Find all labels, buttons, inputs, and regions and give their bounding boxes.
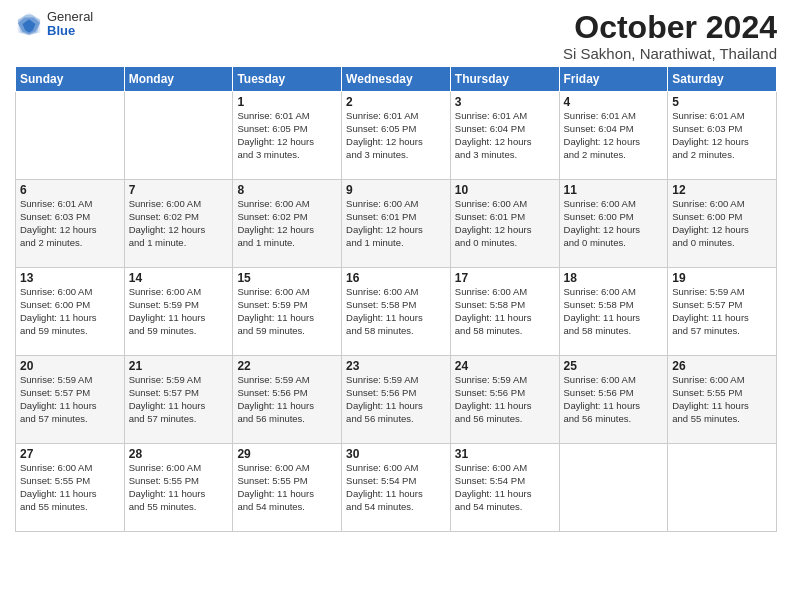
day-number: 6 — [20, 183, 120, 197]
header-monday: Monday — [124, 67, 233, 92]
logo: General Blue — [15, 10, 93, 39]
day-number: 19 — [672, 271, 772, 285]
table-row: 9Sunrise: 6:00 AM Sunset: 6:01 PM Daylig… — [342, 180, 451, 268]
table-row: 28Sunrise: 6:00 AM Sunset: 5:55 PM Dayli… — [124, 444, 233, 532]
header-wednesday: Wednesday — [342, 67, 451, 92]
day-info: Sunrise: 6:00 AM Sunset: 5:59 PM Dayligh… — [237, 286, 337, 337]
table-row: 30Sunrise: 6:00 AM Sunset: 5:54 PM Dayli… — [342, 444, 451, 532]
day-info: Sunrise: 6:00 AM Sunset: 5:56 PM Dayligh… — [564, 374, 664, 425]
day-number: 11 — [564, 183, 664, 197]
table-row: 16Sunrise: 6:00 AM Sunset: 5:58 PM Dayli… — [342, 268, 451, 356]
day-info: Sunrise: 6:00 AM Sunset: 5:58 PM Dayligh… — [455, 286, 555, 337]
header-tuesday: Tuesday — [233, 67, 342, 92]
day-info: Sunrise: 6:00 AM Sunset: 6:00 PM Dayligh… — [20, 286, 120, 337]
day-number: 16 — [346, 271, 446, 285]
day-info: Sunrise: 5:59 AM Sunset: 5:57 PM Dayligh… — [20, 374, 120, 425]
table-row: 14Sunrise: 6:00 AM Sunset: 5:59 PM Dayli… — [124, 268, 233, 356]
table-row: 15Sunrise: 6:00 AM Sunset: 5:59 PM Dayli… — [233, 268, 342, 356]
day-number: 14 — [129, 271, 229, 285]
day-info: Sunrise: 6:00 AM Sunset: 5:58 PM Dayligh… — [346, 286, 446, 337]
day-number: 31 — [455, 447, 555, 461]
table-row: 31Sunrise: 6:00 AM Sunset: 5:54 PM Dayli… — [450, 444, 559, 532]
day-number: 5 — [672, 95, 772, 109]
header: General Blue October 2024 Si Sakhon, Nar… — [15, 10, 777, 62]
table-row: 18Sunrise: 6:00 AM Sunset: 5:58 PM Dayli… — [559, 268, 668, 356]
table-row: 19Sunrise: 5:59 AM Sunset: 5:57 PM Dayli… — [668, 268, 777, 356]
table-row: 10Sunrise: 6:00 AM Sunset: 6:01 PM Dayli… — [450, 180, 559, 268]
location-title: Si Sakhon, Narathiwat, Thailand — [563, 45, 777, 62]
calendar-week-row: 13Sunrise: 6:00 AM Sunset: 6:00 PM Dayli… — [16, 268, 777, 356]
day-number: 22 — [237, 359, 337, 373]
weekday-header-row: Sunday Monday Tuesday Wednesday Thursday… — [16, 67, 777, 92]
logo-text: General Blue — [47, 10, 93, 39]
day-number: 9 — [346, 183, 446, 197]
table-row: 1Sunrise: 6:01 AM Sunset: 6:05 PM Daylig… — [233, 92, 342, 180]
day-info: Sunrise: 6:01 AM Sunset: 6:05 PM Dayligh… — [346, 110, 446, 161]
day-info: Sunrise: 5:59 AM Sunset: 5:56 PM Dayligh… — [346, 374, 446, 425]
day-number: 28 — [129, 447, 229, 461]
day-info: Sunrise: 6:00 AM Sunset: 6:02 PM Dayligh… — [237, 198, 337, 249]
day-info: Sunrise: 5:59 AM Sunset: 5:56 PM Dayligh… — [455, 374, 555, 425]
day-number: 29 — [237, 447, 337, 461]
title-block: October 2024 Si Sakhon, Narathiwat, Thai… — [563, 10, 777, 62]
calendar-week-row: 1Sunrise: 6:01 AM Sunset: 6:05 PM Daylig… — [16, 92, 777, 180]
day-info: Sunrise: 5:59 AM Sunset: 5:57 PM Dayligh… — [672, 286, 772, 337]
day-number: 17 — [455, 271, 555, 285]
table-row: 23Sunrise: 5:59 AM Sunset: 5:56 PM Dayli… — [342, 356, 451, 444]
day-info: Sunrise: 6:00 AM Sunset: 5:55 PM Dayligh… — [237, 462, 337, 513]
day-number: 4 — [564, 95, 664, 109]
day-info: Sunrise: 6:00 AM Sunset: 5:54 PM Dayligh… — [455, 462, 555, 513]
day-info: Sunrise: 6:01 AM Sunset: 6:03 PM Dayligh… — [20, 198, 120, 249]
table-row: 3Sunrise: 6:01 AM Sunset: 6:04 PM Daylig… — [450, 92, 559, 180]
table-row — [559, 444, 668, 532]
day-info: Sunrise: 6:00 AM Sunset: 5:59 PM Dayligh… — [129, 286, 229, 337]
day-number: 10 — [455, 183, 555, 197]
header-sunday: Sunday — [16, 67, 125, 92]
calendar-week-row: 6Sunrise: 6:01 AM Sunset: 6:03 PM Daylig… — [16, 180, 777, 268]
day-number: 24 — [455, 359, 555, 373]
table-row: 25Sunrise: 6:00 AM Sunset: 5:56 PM Dayli… — [559, 356, 668, 444]
day-info: Sunrise: 6:01 AM Sunset: 6:03 PM Dayligh… — [672, 110, 772, 161]
day-info: Sunrise: 6:01 AM Sunset: 6:04 PM Dayligh… — [564, 110, 664, 161]
calendar-table: Sunday Monday Tuesday Wednesday Thursday… — [15, 66, 777, 532]
day-info: Sunrise: 6:00 AM Sunset: 6:01 PM Dayligh… — [455, 198, 555, 249]
day-info: Sunrise: 6:00 AM Sunset: 5:55 PM Dayligh… — [129, 462, 229, 513]
day-number: 30 — [346, 447, 446, 461]
day-number: 3 — [455, 95, 555, 109]
table-row — [124, 92, 233, 180]
day-number: 8 — [237, 183, 337, 197]
day-number: 25 — [564, 359, 664, 373]
day-number: 18 — [564, 271, 664, 285]
logo-general: General — [47, 10, 93, 24]
calendar-week-row: 27Sunrise: 6:00 AM Sunset: 5:55 PM Dayli… — [16, 444, 777, 532]
table-row: 5Sunrise: 6:01 AM Sunset: 6:03 PM Daylig… — [668, 92, 777, 180]
day-number: 21 — [129, 359, 229, 373]
day-number: 12 — [672, 183, 772, 197]
table-row: 11Sunrise: 6:00 AM Sunset: 6:00 PM Dayli… — [559, 180, 668, 268]
table-row: 7Sunrise: 6:00 AM Sunset: 6:02 PM Daylig… — [124, 180, 233, 268]
calendar-week-row: 20Sunrise: 5:59 AM Sunset: 5:57 PM Dayli… — [16, 356, 777, 444]
table-row: 12Sunrise: 6:00 AM Sunset: 6:00 PM Dayli… — [668, 180, 777, 268]
day-number: 20 — [20, 359, 120, 373]
table-row: 6Sunrise: 6:01 AM Sunset: 6:03 PM Daylig… — [16, 180, 125, 268]
day-number: 27 — [20, 447, 120, 461]
logo-icon — [15, 10, 43, 38]
day-info: Sunrise: 5:59 AM Sunset: 5:57 PM Dayligh… — [129, 374, 229, 425]
day-info: Sunrise: 6:00 AM Sunset: 5:55 PM Dayligh… — [20, 462, 120, 513]
table-row: 27Sunrise: 6:00 AM Sunset: 5:55 PM Dayli… — [16, 444, 125, 532]
day-number: 1 — [237, 95, 337, 109]
table-row: 2Sunrise: 6:01 AM Sunset: 6:05 PM Daylig… — [342, 92, 451, 180]
table-row: 20Sunrise: 5:59 AM Sunset: 5:57 PM Dayli… — [16, 356, 125, 444]
table-row: 21Sunrise: 5:59 AM Sunset: 5:57 PM Dayli… — [124, 356, 233, 444]
day-number: 15 — [237, 271, 337, 285]
day-number: 26 — [672, 359, 772, 373]
day-info: Sunrise: 6:01 AM Sunset: 6:04 PM Dayligh… — [455, 110, 555, 161]
day-info: Sunrise: 6:00 AM Sunset: 6:00 PM Dayligh… — [672, 198, 772, 249]
table-row — [668, 444, 777, 532]
logo-blue: Blue — [47, 24, 93, 38]
table-row: 29Sunrise: 6:00 AM Sunset: 5:55 PM Dayli… — [233, 444, 342, 532]
day-info: Sunrise: 5:59 AM Sunset: 5:56 PM Dayligh… — [237, 374, 337, 425]
day-number: 13 — [20, 271, 120, 285]
table-row: 17Sunrise: 6:00 AM Sunset: 5:58 PM Dayli… — [450, 268, 559, 356]
day-number: 23 — [346, 359, 446, 373]
